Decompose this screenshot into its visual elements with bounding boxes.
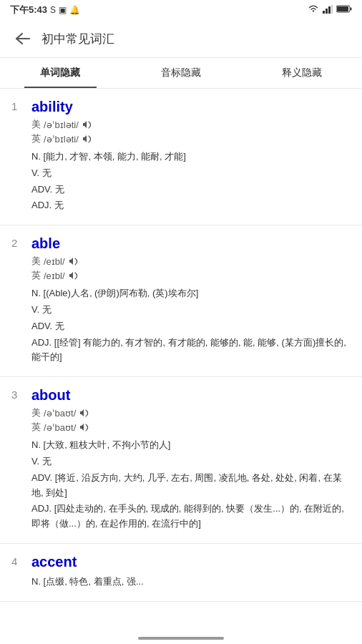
phonetic-region: 英 xyxy=(31,132,41,145)
sound-play-icon[interactable] xyxy=(79,407,90,419)
entry-main: accentN. [点缀, 特色, 着重点, 强... xyxy=(31,554,351,591)
phonetic-row: 美/eɪbl/ xyxy=(31,255,351,268)
phonetic-ipa: /əˈbɪləti/ xyxy=(44,134,79,145)
definition-line: V. 无 xyxy=(31,303,351,318)
word-list: 1ability美/əˈbɪləti/ 英/əˈbɪləti/ N. [能力, … xyxy=(0,89,362,602)
phonetic-region: 英 xyxy=(31,421,41,434)
definition-line: ADV. 无 xyxy=(31,182,351,197)
phonetic-row: 英/əˈbɪləti/ xyxy=(31,132,351,145)
entry-number: 4 xyxy=(11,555,24,567)
svg-rect-2 xyxy=(328,6,331,14)
tab-phonetic-hide[interactable]: 音标隐藏 xyxy=(121,58,242,88)
definition-line: ADJ. 无 xyxy=(31,198,351,213)
header-title: 初中常见词汇 xyxy=(41,31,114,47)
entry-definitions: N. [(Able)人名, (伊朗)阿布勒, (英)埃布尔]V. 无ADV. 无… xyxy=(31,286,351,365)
entry-number: 3 xyxy=(11,389,24,401)
definition-line: ADJ. [[经管] 有能力的, 有才智的, 有才能的, 能够的, 能, 能够,… xyxy=(31,336,351,366)
word-entry-accent: 4accentN. [点缀, 特色, 着重点, 强... xyxy=(0,544,362,602)
word-entry-able: 2able美/eɪbl/ 英/eɪbl/ N. [(Able)人名, (伊朗)阿… xyxy=(0,225,362,377)
status-signal-s: S xyxy=(50,5,56,15)
status-left: 下午5:43 S ▣ 🔔 xyxy=(10,4,80,16)
phonetic-row: 美/əˈbɪləti/ xyxy=(31,118,351,131)
definition-line: N. [大致, 粗枝大叶, 不拘小节的人] xyxy=(31,438,351,453)
tab-meaning-hide[interactable]: 释义隐藏 xyxy=(241,58,362,88)
sound-play-icon[interactable] xyxy=(79,421,90,433)
status-time: 下午5:43 xyxy=(10,4,47,16)
phonetic-region: 英 xyxy=(31,269,41,282)
phonetic-region: 美 xyxy=(31,406,41,419)
entry-number: 2 xyxy=(11,237,24,249)
phonetic-row: 英/əˈbaʊt/ xyxy=(31,421,351,434)
tab-word-hide[interactable]: 单词隐藏 xyxy=(0,58,121,88)
definition-line: N. [(Able)人名, (伊朗)阿布勒, (英)埃布尔] xyxy=(31,286,351,301)
phonetic-ipa: /əˈbaʊt/ xyxy=(44,408,76,419)
sound-play-icon[interactable] xyxy=(68,255,79,267)
svg-rect-6 xyxy=(337,6,348,11)
definition-line: V. 无 xyxy=(31,454,351,469)
sound-play-icon[interactable] xyxy=(82,119,93,130)
tab-bar: 单词隐藏 音标隐藏 释义隐藏 xyxy=(0,58,362,89)
phonetic-ipa: /əˈbaʊt/ xyxy=(44,422,76,433)
sound-play-icon[interactable] xyxy=(82,133,93,145)
status-bar: 下午5:43 S ▣ 🔔 ⚡ xyxy=(0,0,362,20)
status-battery-icon: ⚡ xyxy=(336,5,352,15)
scroll-indicator xyxy=(138,637,224,640)
status-signal-icon xyxy=(323,5,333,16)
entry-main: able美/eɪbl/ 英/eɪbl/ N. [(Able)人名, (伊朗)阿布… xyxy=(31,235,351,366)
entry-main: ability美/əˈbɪləti/ 英/əˈbɪləti/ N. [能力, 才… xyxy=(31,99,351,215)
entry-word: ability xyxy=(31,99,351,115)
phonetic-ipa: /eɪbl/ xyxy=(44,256,65,267)
definition-line: ADJ. [四处走动的, 在手头的, 现成的, 能得到的, 快要（发生...）的… xyxy=(31,502,351,532)
entry-word: accent xyxy=(31,554,351,570)
phonetic-region: 美 xyxy=(31,118,41,131)
entry-definitions: N. [点缀, 特色, 着重点, 强... xyxy=(31,575,351,590)
definition-line: ADV. 无 xyxy=(31,319,351,334)
definition-line: ADV. [将近, 沿反方向, 大约, 几乎, 左右, 周围, 凌乱地, 各处,… xyxy=(31,471,351,501)
svg-rect-3 xyxy=(331,5,333,14)
svg-rect-0 xyxy=(323,11,325,14)
phonetic-row: 英/eɪbl/ xyxy=(31,269,351,282)
phonetic-ipa: /əˈbɪləti/ xyxy=(44,119,79,130)
entry-word: able xyxy=(31,235,351,252)
phonetic-row: 美/əˈbaʊt/ xyxy=(31,406,351,419)
sound-play-icon[interactable] xyxy=(68,270,79,281)
entry-main: about美/əˈbaʊt/ 英/əˈbaʊt/ N. [大致, 粗枝大叶, 不… xyxy=(31,387,351,533)
status-wifi-icon xyxy=(308,5,319,16)
word-entry-ability: 1ability美/əˈbɪləti/ 英/əˈbɪləti/ N. [能力, … xyxy=(0,89,362,225)
entry-definitions: N. [大致, 粗枝大叶, 不拘小节的人]V. 无ADV. [将近, 沿反方向,… xyxy=(31,438,351,532)
entry-word: about xyxy=(31,387,351,404)
word-entry-about: 3about美/əˈbaʊt/ 英/əˈbaʊt/ N. [大致, 粗枝大叶, … xyxy=(0,377,362,544)
header: 初中常见词汇 xyxy=(0,20,362,58)
definition-line: V. 无 xyxy=(31,166,351,181)
status-notification-icon: 🔔 xyxy=(69,5,80,15)
definition-line: N. [点缀, 特色, 着重点, 强... xyxy=(31,575,351,590)
status-sim-icon: ▣ xyxy=(59,5,67,15)
definition-line: N. [能力, 才智, 本领, 能力, 能耐, 才能] xyxy=(31,150,351,165)
status-right: ⚡ xyxy=(308,5,352,16)
back-button[interactable] xyxy=(11,27,34,50)
svg-rect-1 xyxy=(326,9,328,14)
phonetic-region: 美 xyxy=(31,255,41,268)
entry-number: 1 xyxy=(11,100,24,112)
svg-text:⚡: ⚡ xyxy=(351,6,352,13)
phonetic-ipa: /eɪbl/ xyxy=(44,270,65,281)
entry-definitions: N. [能力, 才智, 本领, 能力, 能耐, 才能]V. 无ADV. 无ADJ… xyxy=(31,150,351,213)
